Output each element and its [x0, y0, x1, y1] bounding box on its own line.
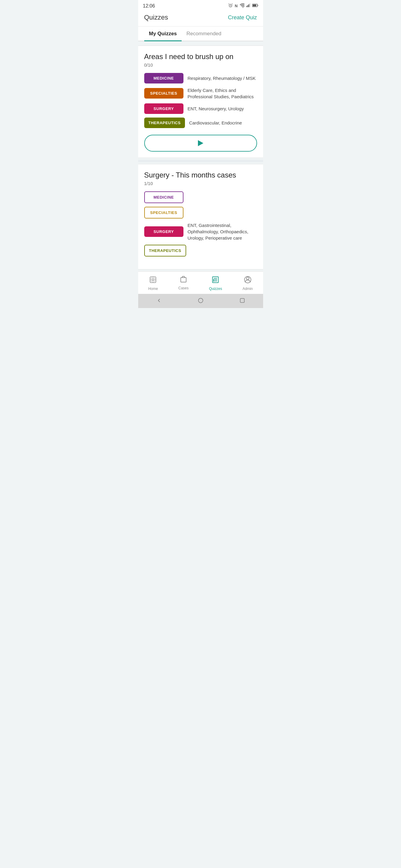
category-row-surgery-2: SURGERY ENT, Gastrointestinal, Ophthalmo…: [144, 222, 257, 241]
categories-1: MEDICINE Respiratory, Rheumatology / MSK…: [144, 73, 257, 128]
svg-rect-7: [250, 3, 250, 7]
svg-rect-24: [240, 299, 244, 302]
quiz-title-2: Surgery - This months cases: [144, 171, 257, 180]
quiz-progress-2: 1/10: [144, 181, 257, 186]
signal-icon: [246, 3, 251, 9]
svg-point-17: [213, 279, 214, 280]
category-row-specialties-1: SPECIALTIES Elderly Care, Ethics and Pro…: [144, 87, 257, 100]
tag-specialties-1: SPECIALTIES: [144, 88, 183, 98]
category-row-medicine-1: MEDICINE Respiratory, Rheumatology / MSK: [144, 73, 257, 84]
nav-cases-label: Cases: [178, 286, 189, 290]
tag-specialties-2: SPECIALTIES: [144, 207, 183, 218]
home-icon: [149, 276, 157, 285]
wifi-icon: [239, 3, 245, 9]
tag-therapeutics-1: THERAPEUTICS: [144, 118, 185, 128]
categories-2: MEDICINE SPECIALTIES SURGERY ENT, Gastro…: [144, 191, 257, 256]
svg-point-11: [152, 278, 154, 281]
category-row-therapeutics-2: THERAPEUTICS: [144, 245, 257, 256]
nav-home-label: Home: [148, 287, 158, 291]
nav-quizzes[interactable]: Quizzes: [203, 275, 228, 292]
category-row-surgery-1: SURGERY ENT, Neurosurgery, Urology: [144, 103, 257, 114]
separator: [138, 160, 263, 162]
svg-point-3: [242, 7, 244, 8]
header: Quizzes Create Quiz: [138, 10, 263, 27]
play-icon-1: [198, 140, 203, 146]
battery-icon: [252, 3, 258, 8]
back-button[interactable]: [156, 298, 162, 305]
svg-rect-4: [246, 6, 247, 7]
desc-specialties-1: Elderly Care, Ethics and Professional St…: [188, 87, 257, 100]
desc-therapeutics-1: Cardiovascular, Endocrine: [189, 120, 242, 126]
svg-rect-10: [253, 4, 256, 7]
svg-rect-14: [181, 278, 186, 282]
svg-line-2: [232, 4, 233, 4]
nav-admin[interactable]: Admin: [236, 275, 259, 292]
desc-medicine-1: Respiratory, Rheumatology / MSK: [188, 75, 256, 82]
category-row-specialties-2: SPECIALTIES: [144, 207, 257, 218]
recent-button[interactable]: [239, 298, 245, 305]
status-bar: 12:06 N: [138, 0, 263, 10]
svg-point-21: [246, 277, 249, 280]
scroll-content: Areas I need to brush up on 0/10 MEDICIN…: [138, 44, 263, 271]
bottom-nav: Home Cases Quizzes: [138, 271, 263, 294]
tabs-container: My Quizzes Recommended: [138, 27, 263, 41]
nav-quizzes-label: Quizzes: [209, 287, 222, 291]
quiz-card-1: Areas I need to brush up on 0/10 MEDICIN…: [138, 45, 263, 158]
desc-surgery-2: ENT, Gastrointestinal, Ophthalmology, Or…: [188, 222, 257, 241]
nav-admin-label: Admin: [242, 287, 253, 291]
admin-icon: [244, 276, 252, 285]
android-nav: [138, 294, 263, 308]
quiz-title-1: Areas I need to brush up on: [144, 53, 257, 61]
category-row-medicine-2: MEDICINE: [144, 191, 257, 203]
svg-point-19: [213, 281, 214, 281]
quiz-progress-1: 0/10: [144, 62, 257, 67]
status-time: 12:06: [143, 3, 155, 9]
tag-medicine-1: MEDICINE: [144, 73, 183, 84]
svg-rect-6: [248, 4, 249, 7]
tag-surgery-2: SURGERY: [144, 226, 183, 237]
nav-home[interactable]: Home: [142, 275, 164, 292]
svg-rect-5: [248, 5, 248, 7]
home-button[interactable]: [198, 298, 204, 305]
tag-surgery-1: SURGERY: [144, 103, 183, 114]
status-icons: N: [228, 3, 258, 9]
svg-rect-9: [257, 5, 258, 6]
category-row-therapeutics-1: THERAPEUTICS Cardiovascular, Endocrine: [144, 118, 257, 128]
tag-medicine-2: MEDICINE: [144, 191, 183, 203]
quiz-card-2: Surgery - This months cases 1/10 MEDICIN…: [138, 164, 263, 270]
quizzes-icon: [211, 276, 219, 285]
play-button-1[interactable]: [144, 135, 257, 152]
page-title: Quizzes: [144, 13, 168, 22]
svg-point-12: [151, 277, 155, 282]
tab-recommended[interactable]: Recommended: [182, 27, 226, 41]
nfc-icon: N: [235, 4, 237, 8]
alarm-icon: [228, 3, 233, 9]
tab-my-quizzes[interactable]: My Quizzes: [144, 27, 182, 41]
svg-point-23: [198, 298, 203, 303]
tag-therapeutics-2: THERAPEUTICS: [144, 245, 186, 256]
svg-line-1: [228, 4, 229, 4]
desc-surgery-1: ENT, Neurosurgery, Urology: [188, 105, 244, 112]
nav-cases[interactable]: Cases: [172, 275, 195, 292]
create-quiz-button[interactable]: Create Quiz: [228, 14, 257, 21]
cases-icon: [180, 276, 187, 285]
